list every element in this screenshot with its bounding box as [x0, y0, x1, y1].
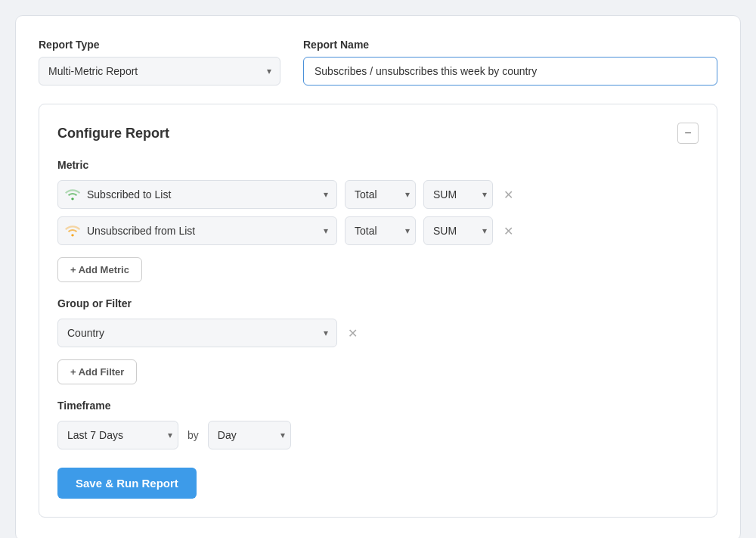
- aggregation-1-select[interactable]: Total Unique Average: [345, 180, 416, 209]
- filter-1-select[interactable]: Country City Tag Segment: [57, 319, 337, 347]
- report-type-label: Report Type: [39, 39, 280, 51]
- report-name-label: Report Name: [303, 39, 717, 51]
- report-name-input[interactable]: [303, 57, 717, 86]
- remove-metric-1-button[interactable]: ✕: [500, 185, 516, 205]
- timeframe-granularity-select[interactable]: Day Week Month: [208, 421, 291, 449]
- collapse-button[interactable]: −: [677, 123, 699, 144]
- metric-section: Metric Subscribed to List Unsubscribed f…: [57, 159, 699, 282]
- report-type-group: Report Type Multi-Metric Report Single M…: [39, 39, 280, 86]
- operation-1-select[interactable]: SUM AVG COUNT: [423, 180, 493, 209]
- add-filter-button[interactable]: + Add Filter: [57, 359, 137, 384]
- configure-header: Configure Report −: [57, 123, 699, 144]
- aggregation-1-wrapper: Total Unique Average ▾: [345, 180, 416, 209]
- metric-row-2: Subscribed to List Unsubscribed from Lis…: [57, 216, 699, 245]
- metric-2-select[interactable]: Subscribed to List Unsubscribed from Lis…: [57, 216, 337, 245]
- add-metric-button[interactable]: + Add Metric: [57, 257, 142, 282]
- metric-section-label: Metric: [57, 159, 699, 171]
- filter-row-1: Country City Tag Segment ▾ ✕: [57, 319, 699, 347]
- metric-row-1: Subscribed to List Unsubscribed from Lis…: [57, 180, 699, 209]
- save-run-button[interactable]: Save & Run Report: [57, 468, 197, 499]
- operation-2-wrapper: SUM AVG COUNT ▾: [423, 216, 493, 245]
- operation-1-wrapper: SUM AVG COUNT ▾: [423, 180, 493, 209]
- timeframe-period-select[interactable]: Last 7 Days Last 14 Days Last 30 Days Th…: [57, 421, 178, 449]
- configure-title: Configure Report: [57, 126, 169, 141]
- remove-metric-2-button[interactable]: ✕: [500, 221, 516, 241]
- report-name-group: Report Name: [303, 39, 717, 86]
- aggregation-2-select[interactable]: Total Unique Average: [345, 216, 416, 245]
- top-row: Report Type Multi-Metric Report Single M…: [39, 39, 717, 86]
- operation-2-select[interactable]: SUM AVG COUNT: [423, 216, 493, 245]
- report-type-select[interactable]: Multi-Metric Report Single Metric Report: [39, 57, 280, 86]
- filter-1-select-wrapper: Country City Tag Segment ▾: [57, 319, 337, 347]
- filter-section: Group or Filter Country City Tag Segment…: [57, 297, 699, 384]
- main-card: Report Type Multi-Metric Report Single M…: [15, 15, 741, 538]
- aggregation-2-wrapper: Total Unique Average ▾: [345, 216, 416, 245]
- metric-1-select[interactable]: Subscribed to List Unsubscribed from Lis…: [57, 180, 337, 209]
- metric-1-select-wrapper: Subscribed to List Unsubscribed from Lis…: [57, 180, 337, 209]
- timeframe-row: Last 7 Days Last 14 Days Last 30 Days Th…: [57, 421, 699, 449]
- timeframe-period-wrapper: Last 7 Days Last 14 Days Last 30 Days Th…: [57, 421, 178, 449]
- report-type-select-wrapper: Multi-Metric Report Single Metric Report…: [39, 57, 280, 86]
- timeframe-granularity-wrapper: Day Week Month ▾: [208, 421, 291, 449]
- timeframe-section: Timeframe Last 7 Days Last 14 Days Last …: [57, 400, 699, 449]
- metric-2-select-wrapper: Subscribed to List Unsubscribed from Lis…: [57, 216, 337, 245]
- filter-section-label: Group or Filter: [57, 297, 699, 309]
- timeframe-section-label: Timeframe: [57, 400, 699, 412]
- configure-card: Configure Report − Metric Subscr: [39, 104, 717, 518]
- by-label: by: [187, 429, 199, 441]
- remove-filter-1-button[interactable]: ✕: [345, 323, 361, 344]
